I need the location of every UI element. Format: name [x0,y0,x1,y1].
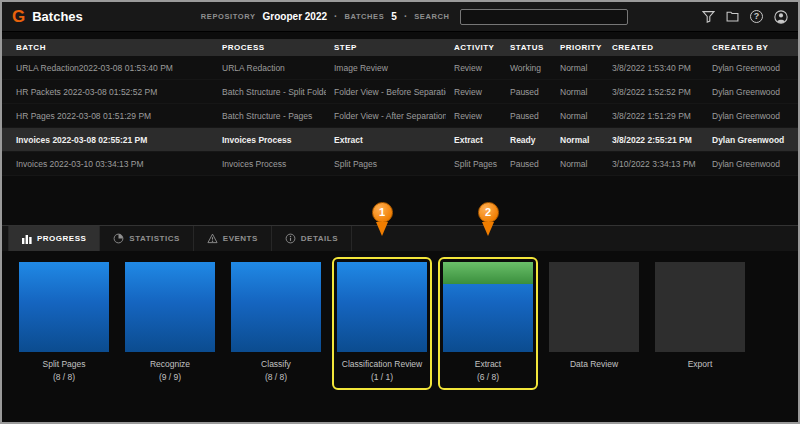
header-table-gap [2,32,798,39]
cell-status: Working [502,63,552,73]
progress-panel: Split Pages (8 / 8) Recognize (9 / 9) Cl… [2,251,798,422]
callout-badge-1: 1 [371,202,393,236]
info-icon [285,233,296,244]
bar-chart-icon [22,234,32,244]
batches-label: BATCHES [344,12,384,21]
repository-label: REPOSITORY [201,12,256,21]
search-input[interactable] [460,9,628,25]
tile-count: (8 / 8) [265,372,287,382]
tile-split-pages[interactable]: Split Pages (8 / 8) [14,257,114,390]
column-header-process[interactable]: PROCESS [214,43,326,52]
tile-green-fill [443,262,533,284]
cell-created: 3/8/2022 1:51:29 PM [604,111,704,121]
tile-fill [443,262,533,352]
cell-activity: Review [446,111,502,121]
cell-step: Extract [326,135,446,145]
cell-batch: Invoices 2022-03-10 03:34:13 PM [2,159,214,169]
table-row[interactable]: URLA Redaction2022-03-08 01:53:40 PM URL… [2,56,798,80]
tile-count: (6 / 8) [477,372,499,382]
tile-export[interactable]: Export [650,257,750,390]
column-header-status[interactable]: STATUS [502,43,552,52]
filter-icon[interactable] [701,9,716,24]
cell-process: Invoices Process [214,159,326,169]
tile-fill [125,262,215,352]
column-header-activity[interactable]: ACTIVITY [446,43,502,52]
tile-data-review[interactable]: Data Review [544,257,644,390]
cell-created: 3/8/2022 1:53:40 PM [604,63,704,73]
tile-count: (8 / 8) [53,372,75,382]
grooper-logo-icon: G [12,8,25,25]
table-panel-gap [2,176,798,225]
cell-priority: Normal [552,87,604,97]
tile-label: Classification Review [342,359,422,370]
cell-process: Batch Structure - Split Folders [214,87,326,97]
column-header-created-by[interactable]: CREATED BY [704,43,798,52]
tab-label: STATISTICS [129,234,179,243]
tile-fill [655,262,745,352]
table-row[interactable]: Invoices 2022-03-10 03:34:13 PM Invoices… [2,152,798,176]
tile-label: Classify [261,359,291,370]
cell-status: Paused [502,111,552,121]
tab-details[interactable]: DETAILS [272,226,352,251]
cell-created: 3/10/2022 3:34:13 PM [604,159,704,169]
tile-extract[interactable]: Extract (6 / 8) [438,257,538,390]
tab-statistics[interactable]: STATISTICS [100,226,193,251]
cell-created-by: Dylan Greenwood [704,87,798,97]
cell-activity: Review [446,87,502,97]
cell-priority: Normal [552,63,604,73]
app-window: G Batches REPOSITORY Grooper 2022 · BATC… [0,0,800,424]
tile-classify[interactable]: Classify (8 / 8) [226,257,326,390]
table-row[interactable]: HR Pages 2022-03-08 01:51:29 PM Batch St… [2,104,798,128]
cell-batch: URLA Redaction2022-03-08 01:53:40 PM [2,63,214,73]
page-title: Batches [32,9,83,24]
separator: · [404,11,407,22]
column-header-priority[interactable]: PRIORITY [552,43,604,52]
cell-created-by: Dylan Greenwood [704,135,798,145]
tile-recognize[interactable]: Recognize (9 / 9) [120,257,220,390]
cell-batch: HR Pages 2022-03-08 01:51:29 PM [2,111,214,121]
column-header-step[interactable]: STEP [326,43,446,52]
cell-created-by: Dylan Greenwood [704,111,798,121]
cell-step: Split Pages [326,159,446,169]
callout-number: 1 [372,202,393,223]
cell-batch: Invoices 2022-03-08 02:55:21 PM [2,135,214,145]
tile-classification-review[interactable]: Classification Review (1 / 1) [332,257,432,390]
repository-value: Grooper 2022 [263,11,327,22]
tile-label: Extract [475,359,501,370]
cell-priority: Normal [552,111,604,121]
cell-status: Ready [502,135,552,145]
tile-fill [19,262,109,352]
tab-events[interactable]: EVENTS [194,226,272,251]
arrow-down-icon [376,222,388,236]
search-label: SEARCH [414,12,449,21]
cell-status: Paused [502,159,552,169]
cell-created: 3/8/2022 2:55:21 PM [604,135,704,145]
table-header: BATCH PROCESS STEP ACTIVITY STATUS PRIOR… [2,39,798,56]
cell-step: Folder View - After Separation [326,111,446,121]
batches-count: 5 [391,11,397,22]
tab-progress[interactable]: PROGRESS [8,226,100,251]
column-header-batch[interactable]: BATCH [2,43,214,52]
cell-created-by: Dylan Greenwood [704,63,798,73]
arrow-down-icon [482,222,494,236]
help-icon[interactable]: ? [749,9,764,24]
cell-step: Folder View - Before Separation [326,87,446,97]
cell-priority: Normal [552,135,604,145]
help-glyph: ? [750,10,763,23]
user-icon[interactable] [773,9,788,24]
cell-batch: HR Packets 2022-03-08 01:52:52 PM [2,87,214,97]
bottom-tab-bar: PROGRESS STATISTICS EVENTS DETAILS [2,225,798,251]
cell-process: URLA Redaction [214,63,326,73]
table-row-selected[interactable]: Invoices 2022-03-08 02:55:21 PM Invoices… [2,128,798,152]
title-bar: G Batches REPOSITORY Grooper 2022 · BATC… [2,2,798,32]
tile-fill [549,262,639,352]
cell-process: Batch Structure - Pages [214,111,326,121]
separator: · [334,11,337,22]
table-row[interactable]: HR Packets 2022-03-08 01:52:52 PM Batch … [2,80,798,104]
cell-priority: Normal [552,159,604,169]
folder-icon[interactable] [725,9,740,24]
tile-fill [231,262,321,352]
progress-tiles: Split Pages (8 / 8) Recognize (9 / 9) Cl… [2,251,798,390]
tile-label: Recognize [150,359,190,370]
column-header-created[interactable]: CREATED [604,43,704,52]
